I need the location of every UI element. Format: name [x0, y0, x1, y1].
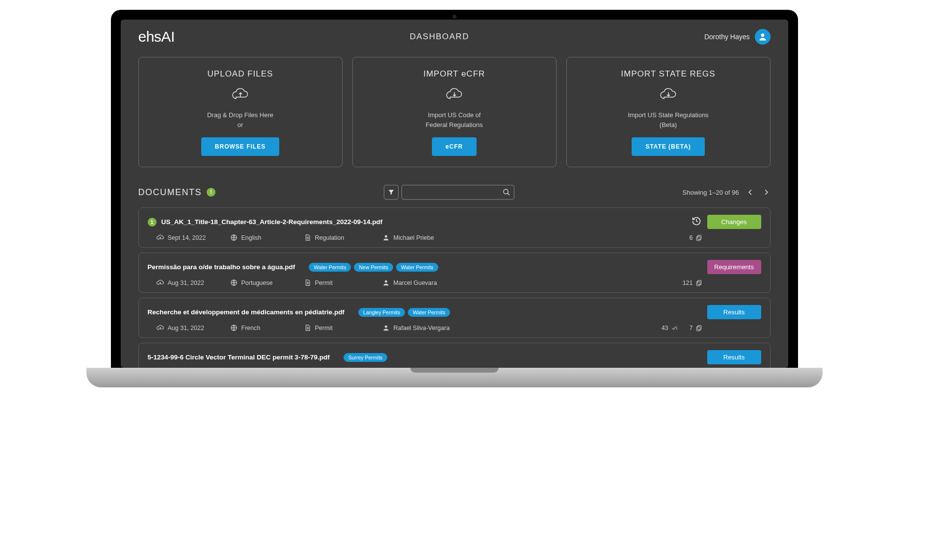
- state-title: IMPORT STATE REGS: [577, 69, 760, 79]
- user-menu[interactable]: Dorothy Hayes: [704, 29, 771, 45]
- brand-text: ehsAI: [138, 28, 175, 45]
- document-tag[interactable]: Water Permits: [396, 263, 438, 272]
- prev-page-button[interactable]: [746, 188, 755, 197]
- brand-logo: ehsAI: [138, 28, 175, 45]
- cloud-download-icon: [363, 88, 546, 103]
- document-filename: Permissão para o/de trabalho sobre a águ…: [148, 263, 295, 271]
- page-title: DASHBOARD: [410, 32, 469, 42]
- copies-count: 6: [690, 234, 702, 241]
- meta-date: Sept 14, 2022: [157, 234, 230, 241]
- svg-point-12: [385, 326, 387, 328]
- meta-language: French: [230, 324, 304, 331]
- alert-badge[interactable]: !: [207, 188, 215, 197]
- search-input[interactable]: [401, 185, 514, 200]
- checks-count: 43: [662, 325, 678, 331]
- meta-counts: 121: [683, 280, 761, 286]
- copies-count: 7: [690, 325, 702, 331]
- svg-point-0: [761, 33, 764, 37]
- state-button[interactable]: STATE (BETA): [632, 137, 705, 156]
- meta-counts: 6: [690, 234, 761, 241]
- state-desc: Import US State Regulations (Beta): [577, 110, 760, 129]
- svg-point-8: [385, 280, 387, 283]
- filter-button[interactable]: [384, 185, 399, 200]
- browse-files-button[interactable]: BROWSE FILES: [201, 137, 279, 156]
- header: ehsAI DASHBOARD Dorothy Hayes: [121, 20, 788, 51]
- next-page-button[interactable]: [762, 188, 771, 197]
- row-action-button[interactable]: Requirements: [707, 260, 761, 274]
- row-alert-badge: 1: [148, 218, 157, 227]
- funnel-icon: [388, 189, 395, 196]
- document-row[interactable]: Recherche et développement de médicament…: [138, 298, 771, 338]
- row-action-button[interactable]: Changes: [707, 215, 761, 229]
- svg-rect-16: [697, 325, 701, 330]
- document-list: 1 US_AK_1_Title-18_Chapter-63_Article-2-…: [138, 207, 771, 368]
- app-screen: ehsAI DASHBOARD Dorothy Hayes UPLOAD FIL…: [121, 20, 788, 368]
- upload-card[interactable]: UPLOAD FILES Drag & Drop Files Here or B…: [138, 57, 343, 167]
- svg-rect-6: [696, 236, 700, 241]
- svg-point-4: [385, 235, 387, 238]
- chevron-right-icon: [763, 189, 770, 196]
- upload-title: UPLOAD FILES: [149, 69, 332, 79]
- chevron-left-icon: [747, 189, 754, 196]
- meta-language: English: [230, 234, 304, 241]
- document-tag[interactable]: Surrey Permits: [344, 353, 387, 362]
- cloud-upload-icon: [149, 88, 332, 103]
- documents-heading: DOCUMENTS: [138, 187, 202, 198]
- meta-type: Permit: [304, 324, 382, 331]
- meta-owner: Marcel Guevara: [382, 279, 485, 286]
- row-action-button[interactable]: Results: [707, 350, 761, 364]
- svg-rect-10: [696, 281, 700, 286]
- document-row[interactable]: 5-1234-99-6 Circle Vector Terminal DEC p…: [138, 343, 771, 368]
- documents-header: DOCUMENTS ! Showing 1–20 of 96: [138, 185, 771, 200]
- upload-desc: Drag & Drop Files Here or: [149, 110, 332, 129]
- meta-date: Aug 31, 2022: [157, 324, 230, 331]
- ecfr-desc: Import US Code of Federal Regulations: [363, 110, 546, 129]
- document-tag[interactable]: Langley Permits: [358, 308, 405, 317]
- document-row[interactable]: Permissão para o/de trabalho sobre a águ…: [138, 253, 771, 293]
- meta-owner: Rafael Silva-Vergara: [382, 324, 485, 331]
- cloud-download-icon: [577, 88, 760, 103]
- showing-text: Showing 1–20 of 96: [683, 189, 739, 196]
- svg-rect-9: [697, 280, 701, 284]
- meta-counts: 43 7: [662, 325, 761, 331]
- row-action-button[interactable]: Results: [707, 305, 761, 319]
- meta-date: Aug 31, 2022: [157, 279, 230, 286]
- import-cards: UPLOAD FILES Drag & Drop Files Here or B…: [138, 57, 771, 167]
- meta-language: Portuguese: [230, 279, 304, 286]
- ecfr-button[interactable]: eCFR: [432, 137, 477, 156]
- tags-wrap: Langley PermitsWater Permits: [358, 308, 701, 317]
- svg-rect-5: [697, 235, 701, 239]
- meta-type: Permit: [304, 279, 382, 286]
- document-tag[interactable]: New Permits: [354, 263, 393, 272]
- svg-rect-17: [696, 327, 700, 331]
- document-tag[interactable]: Water Permits: [408, 308, 450, 317]
- document-filename: 5-1234-99-6 Circle Vector Terminal DEC p…: [148, 354, 330, 361]
- ecfr-title: IMPORT eCFR: [363, 69, 546, 79]
- meta-type: Regulation: [304, 234, 382, 241]
- tags-wrap: Water PermitsNew PermitsWater Permits: [309, 263, 701, 272]
- document-filename: US_AK_1_Title-18_Chapter-63_Article-2-Re…: [161, 218, 383, 226]
- copies-count: 121: [683, 280, 702, 286]
- user-icon: [758, 32, 768, 42]
- meta-owner: Michael Priebe: [382, 234, 485, 241]
- state-card[interactable]: IMPORT STATE REGS Import US State Regula…: [566, 57, 771, 167]
- avatar[interactable]: [755, 29, 771, 45]
- user-name: Dorothy Hayes: [704, 33, 750, 41]
- pagination: Showing 1–20 of 96: [683, 188, 771, 197]
- document-row[interactable]: 1 US_AK_1_Title-18_Chapter-63_Article-2-…: [138, 207, 771, 248]
- document-filename: Recherche et développement de médicament…: [148, 308, 345, 316]
- ecfr-card[interactable]: IMPORT eCFR Import US Code of Federal Re…: [352, 57, 557, 167]
- history-icon[interactable]: [692, 216, 701, 228]
- document-tag[interactable]: Water Permits: [309, 263, 351, 272]
- tags-wrap: Surrey Permits: [344, 353, 701, 362]
